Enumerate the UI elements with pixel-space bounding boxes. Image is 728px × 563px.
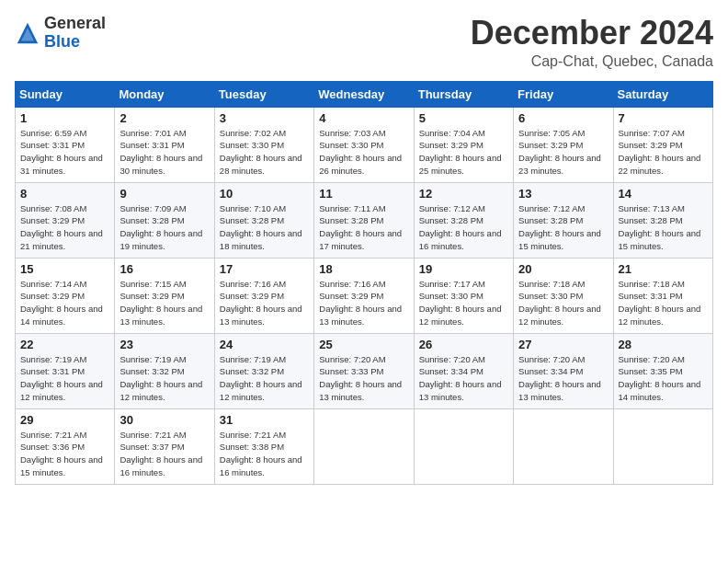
table-row: 28 Sunrise: 7:20 AM Sunset: 3:35 PM Dayl… [613, 333, 712, 408]
table-row: 13 Sunrise: 7:12 AM Sunset: 3:28 PM Dayl… [514, 182, 613, 258]
table-row: 26 Sunrise: 7:20 AM Sunset: 3:34 PM Dayl… [414, 333, 513, 408]
col-thursday: Thursday [414, 81, 513, 107]
table-row: 1 Sunrise: 6:59 AM Sunset: 3:31 PM Dayli… [16, 107, 115, 182]
col-saturday: Saturday [613, 81, 712, 107]
logo-general-text: General [44, 14, 106, 32]
table-row: 5 Sunrise: 7:04 AM Sunset: 3:29 PM Dayli… [414, 107, 513, 182]
table-row: 6 Sunrise: 7:05 AM Sunset: 3:29 PM Dayli… [514, 107, 613, 182]
table-row: 19 Sunrise: 7:17 AM Sunset: 3:30 PM Dayl… [414, 258, 513, 333]
table-row: 22 Sunrise: 7:19 AM Sunset: 3:31 PM Dayl… [16, 333, 115, 408]
table-row: 17 Sunrise: 7:16 AM Sunset: 3:29 PM Dayl… [214, 258, 313, 333]
col-tuesday: Tuesday [214, 81, 313, 107]
logo-blue-text: Blue [44, 32, 80, 51]
table-row: 9 Sunrise: 7:09 AM Sunset: 3:28 PM Dayli… [115, 182, 214, 258]
col-wednesday: Wednesday [314, 81, 414, 107]
col-friday: Friday [514, 81, 613, 107]
table-row: 16 Sunrise: 7:15 AM Sunset: 3:29 PM Dayl… [115, 258, 214, 333]
table-row: 20 Sunrise: 7:18 AM Sunset: 3:30 PM Dayl… [514, 258, 613, 333]
table-row: 3 Sunrise: 7:02 AM Sunset: 3:30 PM Dayli… [214, 107, 313, 182]
empty-cell [613, 408, 712, 484]
table-row: 18 Sunrise: 7:16 AM Sunset: 3:29 PM Dayl… [314, 258, 414, 333]
col-sunday: Sunday [16, 81, 115, 107]
month-title: December 2024 [471, 15, 713, 52]
logo: General Blue [15, 15, 106, 52]
table-row: 30 Sunrise: 7:21 AM Sunset: 3:37 PM Dayl… [115, 408, 214, 484]
table-row: 10 Sunrise: 7:10 AM Sunset: 3:28 PM Dayl… [214, 182, 313, 258]
table-row: 24 Sunrise: 7:19 AM Sunset: 3:32 PM Dayl… [214, 333, 313, 408]
table-row: 14 Sunrise: 7:13 AM Sunset: 3:28 PM Dayl… [613, 182, 712, 258]
table-row: 29 Sunrise: 7:21 AM Sunset: 3:36 PM Dayl… [16, 408, 115, 484]
table-row: 2 Sunrise: 7:01 AM Sunset: 3:31 PM Dayli… [115, 107, 214, 182]
location-text: Cap-Chat, Quebec, Canada [471, 53, 713, 70]
table-row: 4 Sunrise: 7:03 AM Sunset: 3:30 PM Dayli… [314, 107, 414, 182]
logo-icon [15, 20, 40, 46]
table-row: 7 Sunrise: 7:07 AM Sunset: 3:29 PM Dayli… [613, 107, 712, 182]
title-block: December 2024 Cap-Chat, Quebec, Canada [471, 15, 713, 70]
table-row: 21 Sunrise: 7:18 AM Sunset: 3:31 PM Dayl… [613, 258, 712, 333]
table-row: 23 Sunrise: 7:19 AM Sunset: 3:32 PM Dayl… [115, 333, 214, 408]
page-header: General Blue December 2024 Cap-Chat, Que… [15, 15, 713, 70]
calendar-table: Sunday Monday Tuesday Wednesday Thursday… [15, 81, 713, 485]
empty-cell [414, 408, 513, 484]
table-row: 31 Sunrise: 7:21 AM Sunset: 3:38 PM Dayl… [214, 408, 313, 484]
table-row: 25 Sunrise: 7:20 AM Sunset: 3:33 PM Dayl… [314, 333, 414, 408]
empty-cell [514, 408, 613, 484]
table-row: 15 Sunrise: 7:14 AM Sunset: 3:29 PM Dayl… [16, 258, 115, 333]
table-row: 8 Sunrise: 7:08 AM Sunset: 3:29 PM Dayli… [16, 182, 115, 258]
empty-cell [314, 408, 414, 484]
table-row: 11 Sunrise: 7:11 AM Sunset: 3:28 PM Dayl… [314, 182, 414, 258]
col-monday: Monday [115, 81, 214, 107]
table-row: 12 Sunrise: 7:12 AM Sunset: 3:28 PM Dayl… [414, 182, 513, 258]
table-row: 27 Sunrise: 7:20 AM Sunset: 3:34 PM Dayl… [514, 333, 613, 408]
